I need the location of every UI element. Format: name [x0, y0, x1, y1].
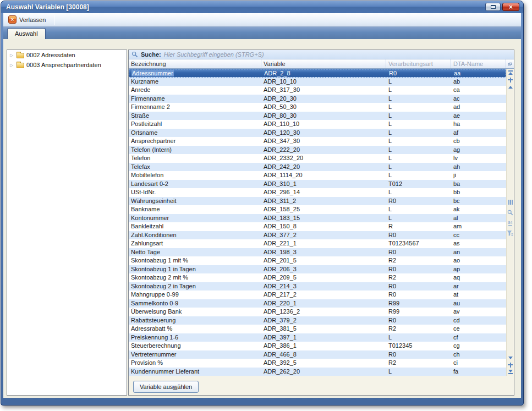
table-row[interactable]: Skontoabzug 1 mit %ADR_201_5R2ao: [129, 256, 506, 265]
table-row[interactable]: Firmenname 2ADR_50_30Lad: [129, 103, 506, 112]
table-row[interactable]: BankleitzahlADR_150_8Ram: [129, 222, 506, 231]
table-row[interactable]: Skontoabzug 2 in TagenADR_214_3R0ar: [129, 282, 506, 291]
cell-bezeichnung: Bankname: [129, 205, 261, 214]
fast-scroll-up-icon[interactable]: [507, 76, 514, 83]
cell-bezeichnung: Ortsname: [129, 129, 261, 138]
zoom-icon[interactable]: [507, 210, 513, 216]
cell-dta-name: ji: [451, 171, 506, 180]
cell-bezeichnung: Kundennummer Lieferant: [129, 368, 261, 376]
table-row[interactable]: TelefaxADR_242_20Lah: [129, 163, 506, 172]
table-row[interactable]: MobiltelefonADR_1114_20Lji: [129, 171, 506, 180]
record-number-icon[interactable]: 84: [508, 221, 513, 226]
cell-variable: ADR_221_1: [261, 239, 386, 248]
cell-variable: ADR_198_3: [261, 248, 386, 257]
table-row[interactable]: PostleitzahlADR_110_10Lha: [129, 120, 506, 129]
cell-dta-name: as: [451, 239, 506, 248]
expand-arrow-icon[interactable]: ▷: [10, 53, 14, 58]
scroll-down-icon[interactable]: [507, 354, 514, 361]
cell-verarbeitungsart: R99: [386, 299, 451, 308]
table-row[interactable]: Adressrabatt %ADR_381_5R2ce: [129, 325, 506, 333]
cell-verarbeitungsart: R: [386, 222, 451, 231]
cell-dta-name: bc: [451, 197, 506, 206]
select-variable-button[interactable]: Variable auswählen: [133, 381, 199, 393]
table-row[interactable]: USt-IdNr.ADR_296_14Lbb: [129, 188, 506, 197]
cell-verarbeitungsart: L: [386, 368, 451, 376]
leave-button[interactable]: × Verlassen: [6, 14, 50, 25]
table-row[interactable]: KurznameADR_10_10Lab: [129, 78, 506, 86]
vertical-scrollbar[interactable]: 84: [506, 69, 513, 376]
table-row[interactable]: Landesart 0-2ADR_310_1T012ba: [129, 180, 506, 189]
cell-dta-name: ba: [451, 180, 506, 189]
table-row[interactable]: Kundennummer LieferantADR_262_20Lfa: [129, 368, 506, 376]
table-row[interactable]: Sammelkonto 0-9ADR_220_1R99au: [129, 299, 506, 308]
expand-arrow-icon[interactable]: ▷: [10, 63, 14, 68]
tab-auswahl[interactable]: Auswahl: [7, 28, 46, 39]
cell-dta-name: ar: [451, 282, 506, 291]
search-label: Suche:: [141, 51, 161, 58]
table-row[interactable]: OrtsnameADR_120_30Laf: [129, 129, 506, 138]
filter-icon[interactable]: [507, 231, 513, 236]
table-row[interactable]: RabattsteuerungADR_379_2R0cd: [129, 316, 506, 325]
header-bezeichnung[interactable]: Bezeichnung: [129, 59, 261, 68]
close-button[interactable]: ×: [502, 3, 519, 11]
cell-dta-name: an: [451, 248, 506, 257]
cell-verarbeitungsart: L: [386, 154, 451, 163]
cell-dta-name: ap: [451, 265, 506, 274]
cell-bezeichnung: Steuerberechnung: [129, 342, 261, 350]
cell-bezeichnung: Skontoabzug 2 in Tagen: [129, 282, 261, 291]
table-row[interactable]: Provision %ADR_392_5R2ci: [129, 359, 506, 368]
cell-verarbeitungsart: R0: [386, 350, 451, 359]
header-options-cell[interactable]: [506, 59, 514, 68]
table-row[interactable]: Zahl.KonditionenADR_377_2R0cc: [129, 231, 506, 240]
cell-bezeichnung: Zahl.Konditionen: [129, 231, 261, 240]
table-row[interactable]: StraßeADR_80_30Lae: [129, 112, 506, 120]
tree-item-adressdaten[interactable]: ▷ 0002 Adressdaten: [7, 50, 127, 60]
table-row[interactable]: Überweisung BankADR_1236_2R99av: [129, 308, 506, 316]
cell-verarbeitungsart: L: [386, 163, 451, 172]
cell-bezeichnung: Zahlungsart: [129, 239, 261, 248]
cell-verarbeitungsart: R0: [386, 282, 451, 291]
table-body: AdressnummerADR_2_8R0aaKurznameADR_10_10…: [129, 69, 506, 376]
columns-icon[interactable]: [508, 200, 513, 205]
cell-dta-name: ah: [451, 163, 506, 172]
cell-verarbeitungsart: L: [386, 120, 451, 129]
cell-variable: ADR_379_2: [261, 316, 386, 325]
tree-item-ansprechpartnerdaten[interactable]: ▷ 0003 Ansprechpartnerdaten: [7, 60, 127, 70]
header-dta-name[interactable]: DTA-Name: [451, 59, 506, 68]
scroll-top-icon[interactable]: [507, 69, 514, 76]
table-row[interactable]: TelefonADR_2332_20Llv: [129, 154, 506, 163]
table-row[interactable]: WährungseinheitADR_311_2R0bc: [129, 197, 506, 206]
search-icon: [131, 51, 138, 58]
cell-dta-name: cd: [451, 316, 506, 325]
restore-button[interactable]: [485, 3, 501, 11]
cell-dta-name: cb: [451, 137, 506, 146]
table-row[interactable]: Preiskennung 1-6ADR_397_1Lcf: [129, 333, 506, 342]
table-row[interactable]: Telefon (Intern)ADR_222_20Lag: [129, 146, 506, 155]
table-row[interactable]: ZahlungsartADR_221_1T01234567as: [129, 239, 506, 248]
cell-variable: ADR_183_15: [261, 214, 386, 223]
table-row[interactable]: Netto TageADR_198_3R0an: [129, 248, 506, 257]
table-row[interactable]: VertreternummerADR_466_8R0ch: [129, 350, 506, 359]
cell-verarbeitungsart: L: [386, 129, 451, 138]
search-bar[interactable]: Suche: Hier Suchbegriff eingeben (STRG+S…: [129, 50, 514, 59]
table-row[interactable]: Skontoabzug 2 mit %ADR_209_5R2aq: [129, 273, 506, 282]
table-row[interactable]: Mahngruppe 0-99ADR_217_2R0at: [129, 291, 506, 299]
header-verarbeitungsart[interactable]: Verarbeitungsart: [386, 59, 451, 68]
table-row[interactable]: SteuerberechnungADR_386_1T012345cg: [129, 342, 506, 350]
table-row[interactable]: KontonummerADR_183_15Lal: [129, 214, 506, 223]
table-row[interactable]: AnredeADR_317_30Lca: [129, 86, 506, 95]
table-row[interactable]: Skontoabzug 1 in TagenADR_206_3R0ap: [129, 265, 506, 274]
cell-bezeichnung: Skontoabzug 1 in Tagen: [129, 265, 261, 274]
scroll-bottom-icon[interactable]: [507, 369, 514, 375]
scroll-up-icon[interactable]: [507, 84, 514, 90]
header-variable[interactable]: Variable: [261, 59, 386, 68]
title-bar[interactable]: Auswahl Variablen [30008] ×: [1, 1, 523, 13]
fast-scroll-down-icon[interactable]: [507, 361, 514, 368]
table-row[interactable]: BanknameADR_158_25Lak: [129, 205, 506, 214]
table-row[interactable]: AnsprechpartnerADR_347_30Lcb: [129, 137, 506, 146]
table-row[interactable]: FirmennameADR_20_30Lac: [129, 95, 506, 103]
cell-dta-name: ad: [451, 103, 506, 112]
table-row[interactable]: AdressnummerADR_2_8R0aa: [129, 69, 506, 78]
table-header: Bezeichnung Variable Verarbeitungsart DT…: [129, 59, 514, 69]
cell-verarbeitungsart: R0: [386, 231, 451, 240]
